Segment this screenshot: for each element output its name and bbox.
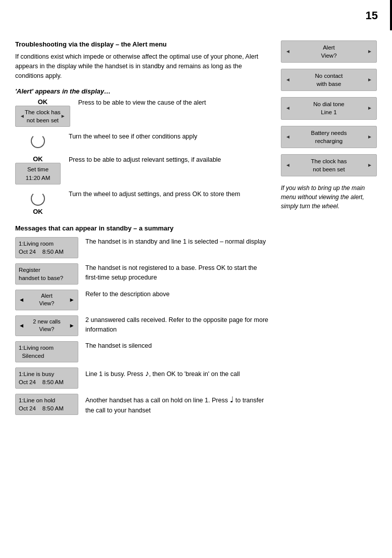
ok-text-2: OK: [33, 155, 43, 163]
msg-display-4: ◄ 2 new callsView? ►: [15, 315, 78, 336]
right-display-2: ◄ No contactwith base ►: [281, 69, 377, 91]
msg-display-6: 1:Line is busyOct 24 8:50 AM: [15, 367, 78, 389]
msg-text-7: Another handset has a call on hold on li…: [85, 394, 271, 415]
msg-display-5: 1:Living room Silenced: [15, 341, 78, 362]
instruction-text-3: Press to be able to adjust relevant sett…: [69, 155, 271, 165]
alert-appears-heading: 'Alert' appears in the display…: [15, 87, 271, 95]
r-display-text-2: No contactwith base: [290, 72, 367, 88]
msg-row-5: 1:Living room Silenced The handset is si…: [15, 341, 271, 362]
display-box-settime: Set time11:20 AM: [15, 163, 61, 184]
msg-text-5: The handset is silenced: [85, 341, 271, 351]
right-column: ◄ AlertView? ► ◄ No contactwith base ► ◄…: [281, 40, 377, 421]
msg-display-2: Registerhandset to base?: [15, 263, 78, 285]
row-wheel-1: Turn the wheel to see if other condition…: [15, 132, 271, 150]
arrow-right-msg3: ►: [69, 296, 75, 304]
wheel-ok-label: OK: [15, 190, 61, 215]
r-arrow-left-2: ◄: [285, 76, 290, 83]
r-display-text-4: Battery needsrecharging: [290, 129, 367, 145]
msg-text-3: Refer to the description above: [85, 290, 271, 299]
msg-display-text-4: 2 new callsView?: [24, 318, 69, 334]
right-display-5: ◄ The clock hasnot been set ►: [281, 154, 377, 176]
display-text-1: The clock hasnot been set: [25, 108, 61, 124]
wheel-icon-2: [31, 192, 45, 206]
arrow-left-msg3: ◄: [19, 296, 24, 304]
arrow-left-msg4: ◄: [19, 321, 24, 330]
ok-text-3: OK: [33, 208, 43, 215]
instruction-text-4: Turn the wheel to adjust settings, and p…: [69, 190, 271, 199]
display-text-settime: Set time11:20 AM: [20, 165, 56, 181]
msg-row-1: 1:Living roomOct 24 8:50 AM The handset …: [15, 237, 271, 258]
msg-display-text-3: AlertView?: [24, 292, 69, 308]
r-arrow-right-3: ►: [367, 105, 372, 112]
msg-display-3: ◄ AlertView? ►: [15, 290, 78, 310]
msg-row-7: 1:Line on holdOct 24 8:50 AM Another han…: [15, 394, 271, 415]
wheel-label-1: [15, 132, 61, 150]
msg-row-6: 1:Line is busyOct 24 8:50 AM Line 1 is b…: [15, 367, 271, 389]
top-border: [390, 0, 392, 30]
msg-text-1: The handset is in standby and line 1 is …: [85, 237, 271, 247]
msg-row-2: Registerhandset to base? The handset is …: [15, 263, 271, 285]
msg-text-6: Line 1 is busy. Press ♪, then OK to 'bre…: [85, 367, 271, 380]
msg-display-7: 1:Line on holdOct 24 8:50 AM: [15, 394, 78, 415]
msg-text-4: 2 unanswered calls received. Refer to th…: [85, 315, 271, 335]
instruction-text-1: Press to be able to view the cause of th…: [78, 98, 271, 108]
msg-text-2: The handset is not registered to a base.…: [85, 263, 271, 283]
r-arrow-left-1: ◄: [285, 48, 290, 55]
ok-label-1: OK ◄ The clock hasnot been set ►: [15, 98, 70, 127]
left-column: Troubleshooting via the display – the Al…: [15, 40, 271, 421]
r-arrow-left-3: ◄: [285, 105, 290, 112]
section-title: Troubleshooting via the display – the Al…: [15, 40, 271, 48]
display-box-clock: ◄ The clock hasnot been set ►: [15, 106, 70, 127]
section-intro: If conditions exist which impede or othe…: [15, 52, 271, 80]
messages-title: Messages that can appear in standby – a …: [15, 224, 271, 232]
arrow-left-1: ◄: [20, 113, 25, 120]
r-arrow-right-1: ►: [367, 48, 372, 55]
italic-note: If you wish to bring up the main menu wi…: [281, 183, 377, 211]
r-arrow-right-4: ►: [367, 133, 372, 141]
r-display-text-3: No dial toneLine 1: [290, 100, 367, 116]
instruction-text-2: Turn the wheel to see if other condition…: [69, 132, 271, 142]
msg-row-3: ◄ AlertView? ► Refer to the description …: [15, 290, 271, 310]
r-arrow-left-4: ◄: [285, 133, 290, 141]
row-ok-set-time: OK Set time11:20 AM Press to be able to …: [15, 155, 271, 184]
right-display-4: ◄ Battery needsrecharging ►: [281, 126, 377, 148]
r-display-text-1: AlertView?: [290, 43, 367, 60]
row-ok-view: OK ◄ The clock hasnot been set ► Press t…: [15, 98, 271, 127]
msg-row-4: ◄ 2 new callsView? ► 2 unanswered calls …: [15, 315, 271, 336]
page-number: 15: [366, 9, 378, 22]
wheel-icon-1: [31, 134, 45, 148]
arrow-right-1: ►: [61, 113, 66, 120]
r-arrow-right-5: ►: [367, 162, 372, 169]
r-display-text-5: The clock hasnot been set: [290, 157, 367, 173]
row-wheel-ok: OK Turn the wheel to adjust settings, an…: [15, 190, 271, 215]
ok-label-2: OK Set time11:20 AM: [15, 155, 61, 184]
ok-text-1: OK: [38, 98, 48, 106]
r-arrow-right-2: ►: [367, 76, 372, 83]
right-display-1: ◄ AlertView? ►: [281, 40, 377, 63]
arrow-right-msg4: ►: [69, 321, 75, 330]
msg-display-1: 1:Living roomOct 24 8:50 AM: [15, 237, 78, 258]
r-arrow-left-5: ◄: [285, 162, 290, 169]
right-display-3: ◄ No dial toneLine 1 ►: [281, 97, 377, 119]
